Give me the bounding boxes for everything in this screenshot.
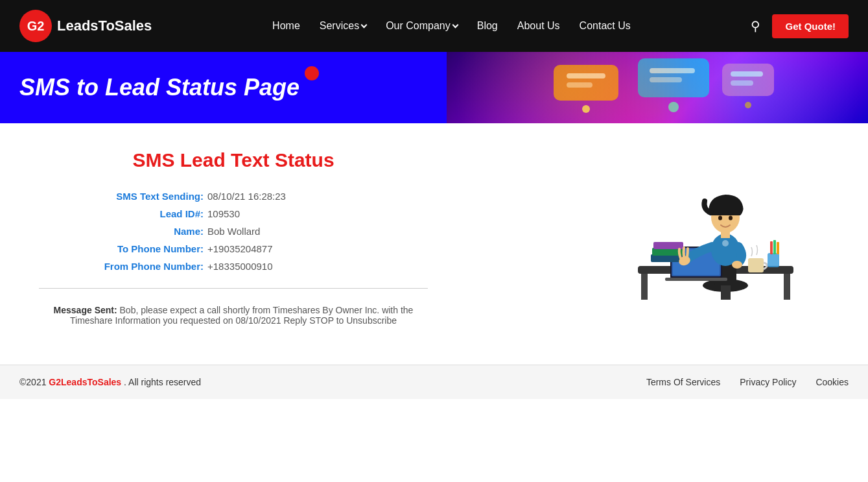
nav-item-blog[interactable]: Blog (477, 20, 498, 32)
hero-sms-illustration (534, 52, 780, 123)
logo-g2: G2 (27, 19, 45, 34)
get-quote-button[interactable]: Get Quote! (772, 14, 849, 38)
message-sent-text: Bob, please expect a call shortly from T… (70, 305, 413, 326)
to-phone-label: To Phone Number: (91, 243, 207, 254)
svg-rect-4 (650, 68, 695, 73)
svg-rect-8 (731, 80, 753, 86)
to-phone-value: +19035204877 (207, 243, 273, 254)
lead-id-value: 109530 (207, 208, 240, 219)
nav-company-dropdown[interactable]: Our Company (386, 20, 458, 32)
svg-rect-17 (721, 285, 731, 300)
svg-rect-29 (777, 242, 779, 254)
hero-banner: SMS to Lead Status Page (0, 52, 868, 123)
svg-rect-26 (768, 253, 779, 267)
bubble-decoration (305, 66, 319, 80)
svg-point-31 (732, 261, 742, 269)
svg-point-10 (668, 102, 679, 112)
nav-item-home[interactable]: Home (272, 20, 300, 32)
nav-right: ⚲ Get Quote! (751, 14, 849, 38)
footer-tagline: . All rights reserved (124, 377, 201, 387)
svg-rect-25 (748, 258, 764, 272)
footer-privacy-link[interactable]: Privacy Policy (740, 377, 796, 387)
nav-links: Home Services Our Company Blog About Us … (272, 20, 631, 32)
svg-rect-27 (770, 241, 773, 254)
svg-rect-3 (638, 58, 709, 97)
svg-rect-2 (567, 82, 592, 88)
field-row-from-phone: From Phone Number: +18335000910 (91, 261, 428, 272)
illustration-side (602, 149, 829, 326)
svg-rect-7 (731, 71, 763, 77)
hero-image-side (447, 52, 868, 123)
svg-rect-5 (650, 77, 682, 82)
sms-sending-label: SMS Text Sending: (91, 191, 207, 202)
search-icon[interactable]: ⚲ (751, 18, 760, 34)
svg-rect-0 (554, 65, 618, 101)
svg-rect-36 (721, 232, 730, 238)
logo-link[interactable]: G2 LeadsToSales (19, 10, 152, 42)
field-row-name: Name: Bob Wollard (91, 226, 428, 237)
name-value: Bob Wollard (207, 226, 260, 237)
nav-blog-link[interactable]: Blog (477, 20, 498, 31)
field-row-sms-sending: SMS Text Sending: 08/10/21 16:28:23 (91, 191, 428, 202)
footer-copyright: ©2021 G2LeadsToSales . All rights reserv… (19, 377, 201, 387)
nav-contact-link[interactable]: Contact Us (580, 20, 631, 31)
field-row-to-phone: To Phone Number: +19035204877 (91, 243, 428, 254)
logo-circle: G2 (19, 10, 52, 42)
svg-rect-1 (567, 73, 605, 78)
name-label: Name: (91, 226, 207, 237)
nav-item-our-company[interactable]: Our Company (386, 20, 458, 32)
footer-brand: G2LeadsToSales (49, 377, 121, 387)
status-fields: SMS Text Sending: 08/10/21 16:28:23 Lead… (39, 191, 428, 272)
svg-point-34 (718, 216, 722, 221)
svg-point-35 (729, 216, 733, 221)
nav-home-link[interactable]: Home (272, 20, 300, 31)
svg-rect-13 (641, 274, 648, 300)
svg-rect-28 (773, 240, 776, 254)
svg-rect-21 (665, 278, 727, 281)
message-sent-label: Message Sent: (54, 305, 117, 315)
footer-links: Terms Of Services Privacy Policy Cookies (646, 377, 849, 387)
nav-services-dropdown[interactable]: Services (320, 20, 366, 32)
message-sent-row: Message Sent: Bob, please expect a call … (39, 305, 428, 326)
footer: ©2021 G2LeadsToSales . All rights reserv… (0, 365, 868, 399)
status-section: SMS Lead Text Status SMS Text Sending: 0… (39, 149, 428, 326)
footer-cookies-link[interactable]: Cookies (815, 377, 849, 387)
copyright-text: ©2021 (19, 377, 46, 387)
status-section-title: SMS Lead Text Status (39, 149, 428, 171)
sms-sending-value: 08/10/21 16:28:23 (207, 191, 286, 202)
main-content: SMS Lead Text Status SMS Text Sending: 0… (0, 123, 868, 365)
nav-services-link[interactable]: Services (320, 20, 359, 32)
desk-illustration (618, 156, 813, 305)
navbar: G2 LeadsToSales Home Services Our Compan… (0, 0, 868, 52)
svg-point-37 (722, 240, 729, 247)
nav-about-link[interactable]: About Us (517, 20, 560, 31)
footer-terms-link[interactable]: Terms Of Services (646, 377, 720, 387)
field-row-lead-id: Lead ID#: 109530 (91, 208, 428, 219)
nav-item-about-us[interactable]: About Us (517, 20, 560, 32)
svg-point-11 (745, 102, 751, 108)
svg-rect-14 (784, 274, 790, 300)
chevron-down-icon-2 (452, 22, 458, 29)
svg-rect-6 (722, 64, 774, 96)
from-phone-label: From Phone Number: (91, 261, 207, 272)
lead-id-label: Lead ID#: (91, 208, 207, 219)
nav-company-link[interactable]: Our Company (386, 20, 451, 32)
svg-point-9 (582, 105, 590, 113)
hero-text-side: SMS to Lead Status Page (0, 52, 447, 123)
hero-title: SMS to Lead Status Page (19, 74, 299, 101)
from-phone-value: +18335000910 (207, 261, 273, 272)
section-divider (39, 288, 428, 289)
nav-item-contact-us[interactable]: Contact Us (580, 20, 631, 32)
logo-text: LeadsToSales (57, 18, 152, 34)
chevron-down-icon (361, 22, 368, 29)
nav-item-services[interactable]: Services (320, 20, 366, 32)
